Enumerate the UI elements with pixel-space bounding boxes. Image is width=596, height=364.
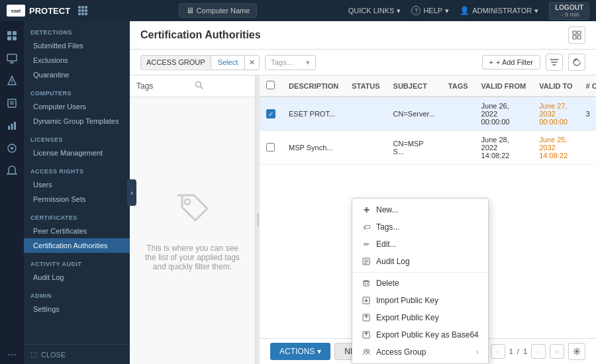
filter-bar: ACCESS GROUP Select ✕ Tags... ▾ + + Add …	[130, 50, 596, 75]
pagination: « ‹ 1 / 1 › »	[472, 343, 585, 360]
last-page-btn[interactable]: »	[550, 344, 564, 359]
access-group-filter: ACCESS GROUP Select ✕	[140, 55, 260, 70]
logo: eset PROTECT	[7, 5, 70, 17]
svg-rect-30	[364, 281, 369, 286]
svg-rect-2	[7, 36, 11, 40]
row-valid-from: June 26, 2022 00:00:00	[475, 97, 533, 131]
context-menu-item-new[interactable]: ✚ New...	[352, 201, 488, 218]
svg-rect-1	[13, 31, 17, 35]
section-activity-audit: ACTIVITY AUDIT	[24, 253, 130, 270]
next-page-btn[interactable]: ›	[531, 344, 546, 359]
tags-search-icon[interactable]	[195, 81, 249, 91]
context-menu-item-tags[interactable]: 🏷 Tags...	[352, 218, 488, 236]
nav-icon-dashboard[interactable]	[3, 26, 21, 45]
sidebar-item-submitted-files[interactable]: Submitted Files	[24, 38, 130, 53]
select-all-checkbox[interactable]	[266, 81, 275, 89]
sidebar-item-license-mgmt[interactable]: License Management	[24, 146, 130, 160]
section-access-rights: ACCESS RIGHTS	[24, 160, 130, 177]
filter-options-btn[interactable]	[546, 54, 563, 71]
header-description[interactable]: DESCRIPTION	[282, 75, 345, 97]
nav-icon-notifications[interactable]	[3, 161, 21, 180]
context-menu-label-edit: Edit...	[376, 240, 397, 249]
sidebar-item-audit-log[interactable]: Audit Log	[24, 270, 130, 285]
page-icon-btn[interactable]	[568, 26, 585, 44]
context-menu-item-edit[interactable]: ✏ Edit...	[352, 236, 488, 253]
logout-btn[interactable]: LOGOUT →9 min	[549, 2, 589, 20]
context-menu-label-export-key: Export Public Key	[376, 313, 439, 322]
tags-panel-title: Tags	[136, 81, 191, 91]
tags-panel-header: Tags	[130, 75, 255, 97]
export-base64-icon	[362, 330, 371, 340]
context-menu-item-audit-log[interactable]: Audit Log	[352, 253, 488, 270]
context-menu-item-export-base64[interactable]: Export Public Key as Base64	[352, 326, 488, 343]
sidebar-item-peer-certificates[interactable]: Peer Certificates	[24, 224, 130, 238]
table-row[interactable]: ✓ ESET PROT... CN=Server... June 26, 202…	[260, 97, 596, 131]
apps-grid-icon[interactable]	[78, 6, 87, 15]
certification-authorities-table: DESCRIPTION STATUS SUBJECT TAGS VALID FR…	[260, 75, 596, 165]
sidebar-item-quarantine[interactable]: Quarantine	[24, 68, 130, 82]
section-certificates: CERTIFICATES	[24, 206, 130, 224]
audit-log-icon	[362, 257, 371, 266]
svg-rect-9	[8, 99, 16, 107]
add-filter-btn[interactable]: + + Add Filter	[482, 55, 540, 69]
sidebar-item-exclusions[interactable]: Exclusions	[24, 53, 130, 68]
nav-icon-more[interactable]: ···	[3, 345, 21, 364]
sidebar-item-computer-users[interactable]: Computer Users	[24, 99, 130, 114]
svg-point-22	[195, 82, 201, 87]
admin-btn[interactable]: 👤 ADMINISTRATOR ▾	[460, 6, 538, 15]
sidebar-toggle-btn[interactable]: ›	[127, 179, 136, 206]
sidebar-item-certification-authorities[interactable]: Certification Authorities	[24, 238, 130, 253]
row-settings-btn[interactable]	[568, 343, 585, 360]
prev-page-btn[interactable]: ‹	[491, 344, 505, 359]
row-checkbox-unchecked[interactable]	[266, 143, 275, 152]
sidebar-item-settings[interactable]: Settings	[24, 302, 130, 316]
help-btn[interactable]: ? HELP ▾	[411, 6, 449, 15]
tags-icon: 🏷	[362, 222, 371, 232]
access-group-select[interactable]: Select	[211, 56, 245, 69]
context-menu-item-access-group[interactable]: Access Group ›	[352, 343, 488, 361]
row-checkbox-checked[interactable]: ✓	[266, 109, 275, 118]
section-admin: ADMIN	[24, 285, 130, 302]
svg-rect-3	[13, 36, 17, 40]
page-number: 1	[509, 347, 513, 355]
nav-icon-tasks[interactable]	[3, 94, 21, 113]
actions-chevron-icon: ▾	[317, 347, 321, 356]
access-group-icon	[362, 347, 371, 357]
access-group-delete[interactable]: ✕	[244, 56, 259, 69]
row-status	[345, 97, 386, 131]
tags-filter-dropdown[interactable]: Tags... ▾	[265, 55, 315, 70]
total-pages: 1	[523, 347, 527, 355]
svg-rect-21	[577, 36, 581, 39]
nav-icon-reports[interactable]	[3, 116, 21, 135]
nav-icon-detections[interactable]	[3, 71, 21, 90]
context-menu-label-export-base64: Export Public Key as Base64	[376, 330, 479, 340]
topbar: eset PROTECT 🖥 Computer Name QUICK LINKS…	[0, 0, 596, 21]
context-menu-label-import-key: Import Public Key	[376, 296, 438, 305]
svg-rect-13	[11, 124, 13, 130]
context-menu-item-delete[interactable]: Delete	[352, 275, 488, 292]
row-status	[345, 131, 386, 165]
header-status[interactable]: STATUS	[345, 75, 386, 97]
sidebar-item-users[interactable]: Users	[24, 177, 130, 192]
section-computers: COMPUTERS	[24, 82, 130, 99]
table-row[interactable]: MSP Synch... CN=MSP S... June 28, 2022 1…	[260, 131, 596, 165]
header-valid-from[interactable]: VALID FROM	[475, 75, 533, 97]
header-valid-to[interactable]: VALID TO	[532, 75, 579, 97]
row-tags	[442, 131, 475, 165]
header-subject[interactable]: SUBJECT	[387, 75, 442, 97]
quick-links-btn[interactable]: QUICK LINKS ▾	[348, 7, 401, 15]
header-tags[interactable]: TAGS	[442, 75, 475, 97]
sidebar-item-permission-sets[interactable]: Permission Sets	[24, 192, 130, 206]
context-menu-item-import-key[interactable]: Import Public Key	[352, 292, 488, 309]
content-area: Certification Authorities ACCESS GROUP S…	[130, 21, 596, 364]
tag-illustration-icon	[173, 190, 213, 237]
access-group-label: ACCESS GROUP	[141, 56, 211, 69]
nav-icon-computers[interactable]	[3, 49, 21, 68]
row-signs	[579, 131, 596, 165]
sidebar-item-dynamic-groups[interactable]: Dynamic Group Templates	[24, 114, 130, 128]
refresh-btn[interactable]	[568, 54, 585, 71]
actions-btn[interactable]: ACTIONS ▾	[270, 343, 330, 360]
nav-icon-policies[interactable]	[3, 139, 21, 158]
context-menu-item-export-key[interactable]: Export Public Key	[352, 309, 488, 326]
header-signs[interactable]: # OF SIGN.	[579, 75, 596, 97]
